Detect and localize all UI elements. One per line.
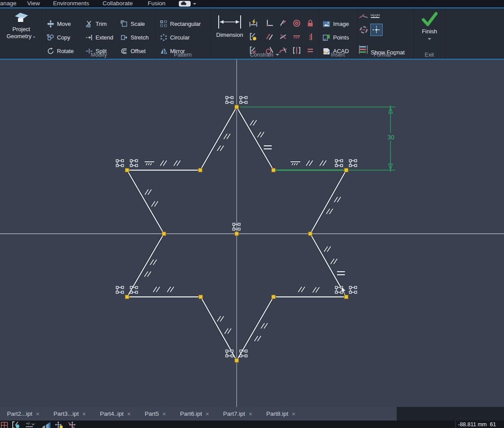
extend-button[interactable]: Extend <box>85 31 121 44</box>
pattern-panel-label[interactable]: Pattern <box>174 52 192 58</box>
sketch-vertex-top[interactable] <box>235 105 239 109</box>
doc-tab-part5[interactable]: Part5× <box>138 407 173 421</box>
sketch-vertex-inner-top-right[interactable] <box>272 168 276 172</box>
sketch-vertex-inner-top-left[interactable] <box>199 168 202 172</box>
parallel-glyph[interactable] <box>152 201 158 207</box>
parallel-glyph[interactable] <box>313 287 319 292</box>
tab-manage[interactable]: anage <box>0 0 17 7</box>
coincident-glyph[interactable] <box>130 286 138 293</box>
tab-close-icon[interactable]: × <box>36 410 39 417</box>
parallel-glyph[interactable] <box>225 328 231 334</box>
collinear-glyph[interactable] <box>291 162 300 165</box>
tab-fusion[interactable]: Fusion <box>148 0 166 7</box>
modify-panel-label[interactable]: Modify <box>91 52 107 58</box>
sketch-vertex-outer-upper-left[interactable] <box>125 168 129 172</box>
doc-tab-part4[interactable]: Part4..ipt× <box>93 407 138 421</box>
parallel-glyph[interactable] <box>327 209 333 214</box>
parallel-glyph[interactable] <box>145 189 152 195</box>
tab-collaborate[interactable]: Collaborate <box>103 0 133 7</box>
parallel-glyph[interactable] <box>320 160 327 166</box>
parallel-glyph[interactable] <box>217 316 224 321</box>
project-geometry-button[interactable]: Project Geometry <box>0 11 43 40</box>
sketch-vertex-inner-bottom-left[interactable] <box>199 295 203 299</box>
equal-glyph[interactable] <box>264 146 272 149</box>
coincident-glyph[interactable] <box>130 160 138 167</box>
tab-environments[interactable]: Environments <box>53 0 89 7</box>
dimension-display-icon[interactable]: +/- <box>25 421 38 428</box>
perpendicular-constraint-icon[interactable] <box>264 18 275 29</box>
format-panel-label[interactable]: Format <box>374 52 391 58</box>
move-button[interactable]: Move <box>47 17 85 31</box>
sketch-vertex-inner-left[interactable] <box>162 232 166 236</box>
coincident-glyph[interactable] <box>349 160 357 167</box>
sketch-vertex-outer-lower-right[interactable] <box>344 295 348 299</box>
parallel-glyph[interactable] <box>298 287 305 292</box>
vertical-constraint-icon[interactable] <box>305 32 316 42</box>
horizontal-constraint-icon[interactable] <box>291 32 302 42</box>
tab-close-icon[interactable]: × <box>127 410 131 417</box>
slice-graphics-icon[interactable] <box>42 421 51 428</box>
parallel-glyph[interactable] <box>224 134 231 139</box>
scale-button[interactable]: Scale <box>121 17 156 31</box>
rectangular-pattern-button[interactable]: Rectangular <box>160 17 201 31</box>
center-point-button[interactable] <box>370 24 383 36</box>
driven-dimension-button[interactable]: H(x)H <box>370 11 380 20</box>
parallel-glyph[interactable] <box>331 259 337 264</box>
construction-line-button[interactable] <box>359 11 369 21</box>
doc-tab-part2[interactable]: Part2...ipt× <box>0 407 46 421</box>
tab-close-icon[interactable]: × <box>292 410 295 417</box>
parallel-constraint-icon[interactable] <box>264 32 275 42</box>
insert-panel-label[interactable]: Insert <box>331 52 344 58</box>
no-move-icon[interactable] <box>67 421 77 428</box>
parallel-glyph[interactable] <box>217 146 224 151</box>
fix-lock-constraint-icon[interactable] <box>305 18 316 29</box>
sketch-canvas[interactable]: 30 <box>0 60 504 407</box>
tab-view[interactable]: View <box>27 0 40 7</box>
coincident-glyph[interactable] <box>349 286 357 293</box>
concentric-constraint-icon[interactable] <box>291 18 302 29</box>
sketch-vertex-inner-bottom-right[interactable] <box>272 295 276 299</box>
circular-pattern-button[interactable]: Circular <box>160 31 201 44</box>
parallel-glyph[interactable] <box>153 287 160 292</box>
dimension-button[interactable]: Dimension <box>213 14 246 38</box>
grid-snap-icon[interactable] <box>1 421 8 428</box>
equal-glyph[interactable] <box>337 272 345 275</box>
parallel-glyph[interactable] <box>258 132 264 137</box>
coincident-glyph[interactable] <box>226 96 233 103</box>
dimension-value[interactable]: 30 <box>387 134 394 141</box>
doc-tab-part7[interactable]: Part7.ipt× <box>216 407 259 421</box>
move-point-icon[interactable] <box>54 421 64 428</box>
origin-point[interactable] <box>235 232 239 236</box>
parallel-glyph[interactable] <box>261 323 268 328</box>
stretch-button[interactable]: Stretch <box>121 31 156 44</box>
insert-image-button[interactable]: Image <box>323 17 349 31</box>
tab-close-icon[interactable]: × <box>206 410 209 417</box>
doc-tab-part8[interactable]: Part8.ipt× <box>259 407 302 421</box>
show-constraints-icon[interactable] <box>248 32 259 42</box>
cloud-share-button[interactable] <box>179 0 196 7</box>
coincident-glyph[interactable] <box>116 160 124 167</box>
constrain-panel-label[interactable]: Constrain <box>250 52 273 58</box>
parallel-glyph[interactable] <box>160 160 167 166</box>
parallel-glyph[interactable] <box>255 336 261 341</box>
tab-close-icon[interactable]: × <box>248 410 252 417</box>
auto-dimension-icon[interactable] <box>248 18 259 29</box>
exit-panel-label[interactable]: Exit <box>425 52 434 58</box>
parallel-glyph[interactable] <box>324 246 331 252</box>
tab-close-icon[interactable]: × <box>162 410 166 417</box>
sketch-vertex-bottom[interactable] <box>235 359 239 363</box>
parallel-glyph[interactable] <box>150 260 157 265</box>
collinear-constraint-icon[interactable] <box>277 32 289 42</box>
coincident-glyph[interactable] <box>240 96 247 103</box>
constraint-inference-icon[interactable] <box>12 421 21 428</box>
doc-tab-part3[interactable]: Part3...ipt× <box>46 407 93 421</box>
parallel-glyph[interactable] <box>167 287 174 292</box>
parallel-glyph[interactable] <box>334 197 341 202</box>
sketch-vertex-outer-upper-right[interactable] <box>344 168 348 172</box>
insert-points-button[interactable]: Points <box>323 31 349 44</box>
parallel-glyph[interactable] <box>250 120 257 125</box>
copy-button[interactable]: Copy <box>47 31 85 44</box>
parallel-glyph[interactable] <box>145 271 151 277</box>
trim-button[interactable]: Trim <box>85 17 121 31</box>
sketch-vertex-inner-right[interactable] <box>309 232 312 236</box>
